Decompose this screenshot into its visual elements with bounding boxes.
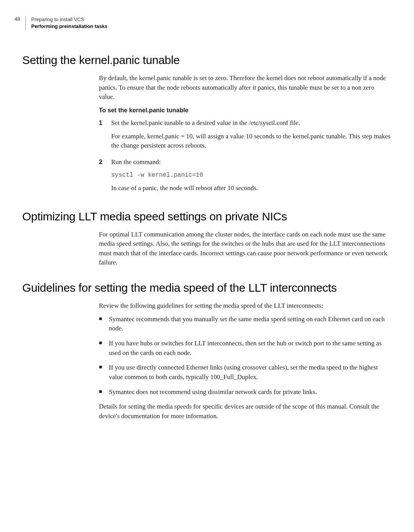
step-1-body: Set the kernel.panic tunable to a desire… [111, 118, 391, 154]
step-1: 1 Set the kernel.panic tunable to a desi… [99, 118, 391, 154]
section2-para: For optimal LLT communication among the … [99, 230, 391, 268]
section2-body: For optimal LLT communication among the … [99, 230, 391, 268]
header-text: Preparing to install VCS Performing prei… [25, 16, 107, 30]
section2-title: Optimizing LLT media speed settings on p… [22, 210, 391, 223]
bullet-text: Symantec does not recommend using dissim… [109, 388, 391, 397]
step-2-code: sysctl -w kernel.panic=10 [111, 171, 391, 180]
bullet-item: ■ If you use directly connected Ethernet… [99, 363, 391, 382]
bullet-item: ■ Symantec does not recommend using diss… [99, 388, 391, 397]
section1-body: By default, the kernel.panic tunable is … [99, 74, 391, 197]
step-1-number: 1 [99, 118, 111, 154]
page-header: 48 Preparing to install VCS Performing p… [15, 16, 107, 30]
section3-title: Guidelines for setting the media speed o… [22, 281, 391, 294]
bullet-item: ■ Symantec recommends that you manually … [99, 315, 391, 333]
section1-title: Setting the kernel.panic tunable [22, 54, 391, 67]
bullet-icon: ■ [99, 363, 109, 382]
bullet-item: ■ If you have hubs or switches for LLT i… [99, 339, 391, 358]
bullet-text: Symantec recommends that you manually se… [109, 315, 391, 333]
bullet-icon: ■ [99, 388, 109, 397]
step-1-para2: For example, kernel.panic = 10, will ass… [111, 132, 391, 151]
section3-closing: Details for setting the media speeds for… [99, 402, 391, 421]
section3-intro: Review the following guidelines for sett… [99, 301, 391, 311]
section1-subheading: To set the kernel.panic tunable [99, 106, 391, 115]
step-2: 2 Run the command: sysctl -w kernel.pani… [99, 158, 391, 197]
header-chapter: Preparing to install VCS [31, 16, 107, 23]
step-2-body: Run the command: sysctl -w kernel.panic=… [111, 158, 391, 197]
section3-body: Review the following guidelines for sett… [99, 301, 391, 421]
bullet-text: If you use directly connected Ethernet l… [109, 363, 391, 382]
bullet-icon: ■ [99, 315, 109, 333]
header-section: Performing preinstallation tasks [31, 23, 107, 30]
step-2-text: Run the command: [111, 158, 391, 167]
step-2-after: In case of a panic, the node will reboot… [111, 184, 391, 193]
bullet-text: If you have hubs or switches for LLT int… [109, 339, 391, 358]
page-content: Setting the kernel.panic tunable By defa… [22, 54, 391, 425]
bullet-icon: ■ [99, 339, 109, 358]
section1-intro: By default, the kernel.panic tunable is … [99, 74, 391, 102]
step-2-number: 2 [99, 158, 111, 197]
page-number: 48 [15, 16, 20, 22]
step-1-text: Set the kernel.panic tunable to a desire… [111, 118, 391, 128]
